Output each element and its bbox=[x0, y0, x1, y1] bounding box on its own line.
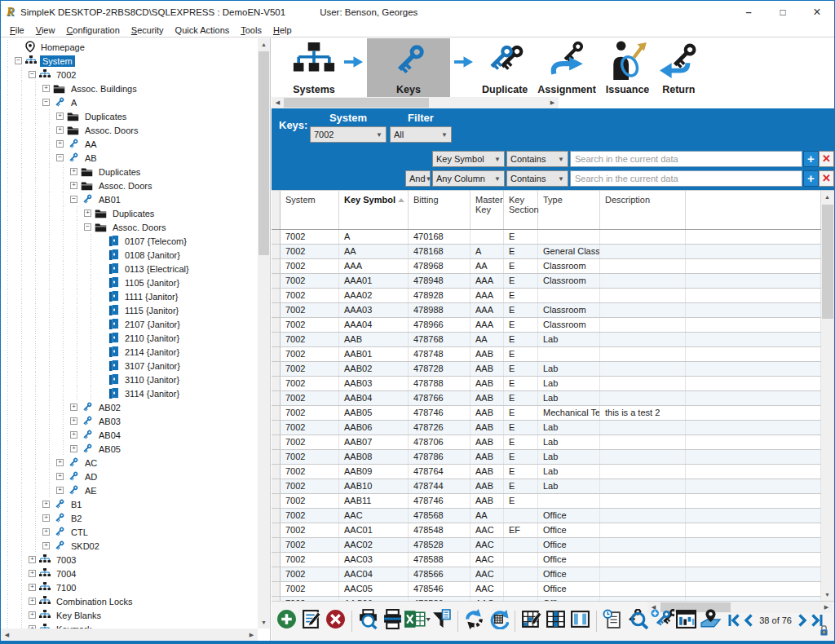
history-button[interactable] bbox=[602, 610, 624, 632]
tree-item-1115-janitor[interactable]: 1115 {Janitor} bbox=[1, 303, 258, 317]
expand-toggle[interactable]: + bbox=[56, 126, 64, 134]
tree-item-assoc-doors[interactable]: +Assoc. Doors bbox=[1, 123, 258, 137]
menu-quick-actions[interactable]: Quick Actions bbox=[170, 24, 236, 37]
tree-item-assoc-buildings[interactable]: +Assoc. Buildings bbox=[1, 82, 258, 95]
menu-tools[interactable]: Tools bbox=[235, 24, 267, 37]
workflow-step-duplicates[interactable]: Duplicate bbox=[477, 38, 532, 97]
first-page-button[interactable] bbox=[728, 614, 740, 627]
tree-item-1105-janitor[interactable]: 1105 {Janitor} bbox=[1, 276, 258, 289]
operator-dropdown[interactable]: Contains▼ bbox=[506, 151, 568, 167]
minimize-button[interactable] bbox=[731, 1, 766, 23]
close-button[interactable] bbox=[800, 1, 834, 23]
table-row[interactable]: 7002AAB03478788AABELab bbox=[272, 377, 821, 391]
table-row[interactable]: 7002AAB07478706AABELab bbox=[272, 435, 821, 450]
tree-item-0113-electrical[interactable]: 0113 {Electrical} bbox=[1, 262, 258, 276]
column-dropdown[interactable]: Key Symbol▼ bbox=[432, 151, 505, 167]
scroll-right-arrow-icon[interactable]: ▶ bbox=[245, 629, 258, 641]
tree-item-key-blanks[interactable]: +Key Blanks bbox=[1, 608, 258, 622]
expand-toggle[interactable]: + bbox=[70, 404, 77, 411]
add-criteria-button[interactable]: + bbox=[803, 151, 819, 167]
key-search-button[interactable] bbox=[626, 610, 648, 632]
column-header-system[interactable]: System bbox=[281, 191, 339, 229]
tree-item-3114-janitor[interactable]: 3114 {Janitor} bbox=[1, 386, 258, 400]
workflow-step-keys[interactable]: Keys bbox=[367, 38, 450, 97]
tree-item-2110-janitor[interactable]: 2110 {Janitor} bbox=[1, 331, 258, 345]
table-row[interactable]: 7002AAA03478988AAAEClassroom bbox=[272, 303, 821, 318]
workflow-step-issuance[interactable]: Issuance bbox=[601, 38, 655, 97]
table-row[interactable]: 7002AAC478568AAOffice bbox=[272, 509, 821, 523]
scroll-down-arrow-icon[interactable]: ▼ bbox=[821, 589, 833, 601]
tree-item-combination-locks[interactable]: +Combination Locks bbox=[1, 594, 258, 608]
map-button[interactable] bbox=[700, 610, 722, 632]
expand-toggle[interactable]: + bbox=[56, 459, 64, 466]
collapse-toggle[interactable]: − bbox=[29, 71, 36, 78]
tree-item-aa[interactable]: +AA bbox=[1, 137, 258, 151]
table-row[interactable]: 7002AAB10478744AABELab bbox=[272, 479, 821, 494]
filter-dropdown[interactable]: All ▼ bbox=[390, 126, 452, 143]
scroll-right-arrow-icon[interactable]: ▶ bbox=[820, 602, 833, 613]
filter-button[interactable] bbox=[431, 610, 453, 632]
menu-help[interactable]: Help bbox=[267, 24, 298, 37]
tree-item-2114-janitor[interactable]: 2114 {Janitor} bbox=[1, 345, 258, 359]
remove-criteria-button[interactable]: ✕ bbox=[819, 170, 834, 187]
collapse-toggle[interactable]: − bbox=[15, 57, 22, 64]
maximize-button[interactable] bbox=[766, 1, 800, 23]
search-input[interactable] bbox=[570, 170, 802, 187]
workflow-step-return[interactable]: Return bbox=[654, 38, 703, 97]
tree-item-7002[interactable]: −7002 bbox=[1, 68, 258, 82]
operator-dropdown[interactable]: Contains▼ bbox=[506, 170, 568, 187]
menu-view[interactable]: View bbox=[30, 24, 61, 37]
next-page-button[interactable] bbox=[797, 614, 807, 627]
tree-scroll-thumb[interactable] bbox=[258, 51, 269, 255]
expand-toggle[interactable]: + bbox=[42, 85, 50, 92]
expand-toggle[interactable]: + bbox=[70, 445, 77, 452]
expand-toggle[interactable]: + bbox=[29, 556, 36, 563]
columns-view-button[interactable] bbox=[569, 610, 591, 632]
column-header-master-key[interactable]: Master Key bbox=[471, 191, 504, 229]
edit-button[interactable] bbox=[300, 610, 322, 632]
expand-toggle[interactable]: + bbox=[70, 168, 77, 175]
scroll-up-arrow-icon[interactable]: ▲ bbox=[258, 38, 270, 51]
column-header-key-section[interactable]: Key Section bbox=[504, 191, 538, 229]
grid-scroll-thumb[interactable] bbox=[822, 205, 833, 319]
tree-item-3107-janitor[interactable]: 3107 {Janitor} bbox=[1, 359, 258, 373]
expand-toggle[interactable]: + bbox=[29, 598, 36, 605]
grid-columns-button[interactable] bbox=[545, 610, 567, 632]
collapse-toggle[interactable]: − bbox=[70, 196, 77, 203]
tree-item-duplicates[interactable]: +Duplicates bbox=[1, 109, 258, 123]
tree-item-ab02[interactable]: +AB02 bbox=[1, 400, 258, 414]
expand-toggle[interactable]: + bbox=[42, 514, 50, 522]
table-row[interactable]: 7002AAC05478546AACOffice bbox=[272, 582, 821, 597]
tree-vertical-scrollbar[interactable]: ▲ ▼ bbox=[258, 38, 270, 629]
tree-item-b2[interactable]: +B2 bbox=[1, 511, 258, 525]
tree-item-keymark[interactable]: +Keymark bbox=[1, 622, 258, 629]
tree-item-ab03[interactable]: +AB03 bbox=[1, 414, 258, 428]
print-button[interactable] bbox=[382, 610, 404, 632]
column-dropdown[interactable]: Any Column▼ bbox=[432, 170, 505, 187]
expand-toggle[interactable]: + bbox=[42, 542, 50, 549]
table-row[interactable]: 7002AAC01478548AACEFOffice bbox=[272, 523, 821, 538]
tree-item-ctl[interactable]: +CTL bbox=[1, 525, 258, 539]
logic-dropdown[interactable]: And▼ bbox=[405, 170, 431, 187]
tree-item-duplicates[interactable]: +Duplicates bbox=[1, 165, 258, 179]
search-input[interactable] bbox=[570, 151, 802, 167]
table-row[interactable]: 7002AAB01478748AABE bbox=[272, 347, 821, 362]
table-row[interactable]: 7002AAA01478948AAAEClassroom bbox=[272, 274, 821, 289]
table-row[interactable]: 7002AAB11478746AABE bbox=[272, 494, 821, 509]
keys-add-button[interactable] bbox=[651, 610, 673, 632]
table-row[interactable]: 7002AA478168AEGeneral Classroom bbox=[272, 245, 821, 259]
workflow-scroll-thumb[interactable] bbox=[284, 98, 429, 108]
expand-toggle[interactable]: + bbox=[84, 210, 91, 217]
table-row[interactable]: 7002AAC04478566AACOffice bbox=[272, 567, 821, 582]
expand-toggle[interactable]: + bbox=[56, 112, 64, 120]
table-row[interactable]: 7002AAA02478928AAAE bbox=[272, 289, 821, 303]
column-header-bitting[interactable]: Bitting bbox=[409, 191, 471, 229]
table-row[interactable]: 7002AAB08478786AABELab bbox=[272, 450, 821, 465]
table-row[interactable]: 7002AAB02478728AABELab bbox=[272, 362, 821, 377]
column-header-empty[interactable] bbox=[686, 191, 821, 229]
menu-file[interactable]: File bbox=[4, 24, 30, 37]
expand-toggle[interactable]: + bbox=[56, 473, 64, 480]
table-row[interactable]: 7002AAB09478764AABELab bbox=[272, 465, 821, 479]
menu-security[interactable]: Security bbox=[126, 24, 170, 37]
tree-item-ab04[interactable]: +AB04 bbox=[1, 428, 258, 442]
